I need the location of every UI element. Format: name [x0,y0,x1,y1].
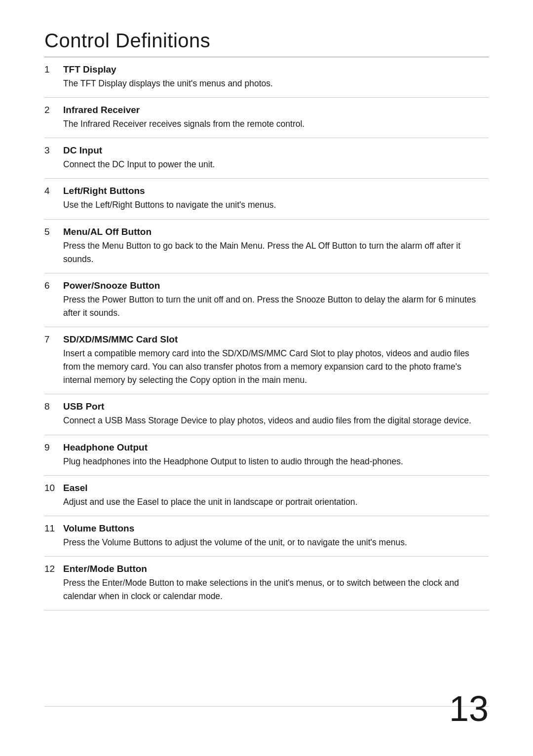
definition-item-12: 12Enter/Mode ButtonPress the Enter/Mode … [44,557,489,610]
definition-header-4: 4Left/Right Buttons [44,186,489,196]
definition-header-9: 9Headphone Output [44,442,489,453]
definition-item-3: 3DC InputConnect the DC Input to power t… [44,138,489,179]
definition-item-2: 2Infrared ReceiverThe Infrared Receiver … [44,98,489,138]
definition-number-7: 7 [44,334,63,345]
definition-title-3: DC Input [63,145,102,156]
definition-number-10: 10 [44,483,63,493]
definition-title-6: Power/Snooze Button [63,280,160,291]
definition-header-11: 11Volume Buttons [44,523,489,534]
definition-header-5: 5Menu/AL Off Button [44,227,489,237]
bottom-divider [44,706,489,707]
definition-header-8: 8USB Port [44,401,489,412]
definition-title-2: Infrared Receiver [63,105,140,115]
definition-header-6: 6Power/Snooze Button [44,280,489,291]
definition-header-7: 7SD/XD/MS/MMC Card Slot [44,334,489,345]
definition-body-12: Press the Enter/Mode Button to make sele… [44,576,489,603]
definition-body-4: Use the Left/Right Buttons to navigate t… [44,198,489,212]
definition-header-12: 12Enter/Mode Button [44,564,489,574]
definition-title-7: SD/XD/MS/MMC Card Slot [63,334,178,345]
definition-body-7: Insert a compatible memory card into the… [44,347,489,387]
definition-body-10: Adjust and use the Easel to place the un… [44,495,489,509]
definition-header-2: 2Infrared Receiver [44,105,489,115]
definition-item-6: 6Power/Snooze ButtonPress the Power Butt… [44,273,489,327]
definitions-list: 1TFT DisplayThe TFT Display displays the… [44,57,489,610]
definition-body-6: Press the Power Button to turn the unit … [44,293,489,320]
definition-item-4: 4Left/Right ButtonsUse the Left/Right Bu… [44,179,489,219]
definition-item-8: 8USB PortConnect a USB Mass Storage Devi… [44,394,489,435]
definition-item-5: 5Menu/AL Off ButtonPress the Menu Button… [44,220,489,273]
definition-body-9: Plug headphones into the Headphone Outpu… [44,455,489,468]
definition-title-11: Volume Buttons [63,523,134,534]
definition-number-6: 6 [44,280,63,291]
definition-body-5: Press the Menu Button to go back to the … [44,239,489,266]
definition-body-1: The TFT Display displays the unit's menu… [44,77,489,90]
page-title: Control Definitions [44,30,489,52]
definition-title-4: Left/Right Buttons [63,186,145,196]
definition-body-8: Connect a USB Mass Storage Device to pla… [44,414,489,427]
definition-number-3: 3 [44,145,63,156]
definition-item-1: 1TFT DisplayThe TFT Display displays the… [44,57,489,98]
definition-item-10: 10EaselAdjust and use the Easel to place… [44,476,489,516]
definition-number-4: 4 [44,186,63,196]
definition-header-10: 10Easel [44,483,489,493]
definition-header-1: 1TFT Display [44,64,489,75]
definition-number-5: 5 [44,227,63,237]
definition-title-8: USB Port [63,401,104,412]
definition-title-10: Easel [63,483,88,493]
definition-item-11: 11Volume ButtonsPress the Volume Buttons… [44,516,489,557]
definition-item-7: 7SD/XD/MS/MMC Card SlotInsert a compatib… [44,327,489,394]
definition-number-11: 11 [44,523,63,534]
definition-body-2: The Infrared Receiver receives signals f… [44,117,489,131]
definition-title-5: Menu/AL Off Button [63,227,152,237]
definition-title-9: Headphone Output [63,442,148,453]
page-number: 13 [449,688,489,729]
definition-number-8: 8 [44,401,63,412]
definition-number-12: 12 [44,564,63,574]
definition-body-3: Connect the DC Input to power the unit. [44,158,489,171]
page: Control Definitions 1TFT DisplayThe TFT … [0,0,533,756]
definition-item-9: 9Headphone OutputPlug headphones into th… [44,435,489,476]
definition-number-2: 2 [44,105,63,115]
definition-title-1: TFT Display [63,64,116,75]
definition-header-3: 3DC Input [44,145,489,156]
definition-number-1: 1 [44,64,63,75]
definition-body-11: Press the Volume Buttons to adjust the v… [44,536,489,549]
definition-title-12: Enter/Mode Button [63,564,147,574]
definition-number-9: 9 [44,442,63,453]
